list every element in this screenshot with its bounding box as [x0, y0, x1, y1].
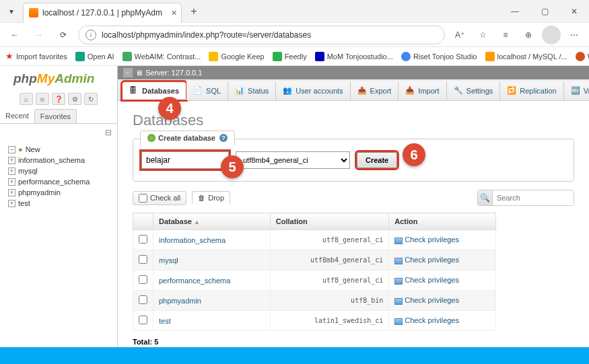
tree-db[interactable]: +performance_schema	[3, 176, 114, 187]
address-bar[interactable]: i localhost/phpmyadmin/index.php?route=/…	[78, 26, 445, 44]
main-area: ← 🖥 Server: 127.0.0.1 🗄Databases 📄SQL 📊S…	[118, 66, 589, 364]
tree-db[interactable]: +mysql	[3, 166, 114, 176]
docs-icon[interactable]: ❓	[52, 93, 65, 105]
new-tab-button[interactable]: +	[184, 2, 203, 21]
filter-input[interactable]	[493, 190, 574, 205]
col-database[interactable]: Database ▲	[153, 213, 271, 230]
collapse-all-icon[interactable]: ⊟	[105, 128, 112, 137]
annotation-badge-4: 4	[158, 97, 181, 120]
check-privileges-link[interactable]: Check privileges	[405, 235, 459, 244]
bookmark-item[interactable]: WP Admin	[576, 52, 589, 61]
expand-icon[interactable]: +	[8, 168, 15, 175]
site-info-icon[interactable]: i	[85, 30, 96, 40]
favorite-icon[interactable]: ☆	[473, 26, 492, 44]
check-privileges-link[interactable]: Check privileges	[405, 316, 459, 324]
sidebar-tab-favorites[interactable]: Favorites	[34, 109, 77, 123]
tree-db[interactable]: +phpmyadmin	[3, 187, 114, 198]
tree-db[interactable]: +test	[3, 198, 114, 209]
expand-icon[interactable]: +	[8, 200, 15, 207]
footer-bar	[0, 347, 589, 364]
close-tab-icon[interactable]: ✕	[171, 9, 177, 17]
collections-icon[interactable]: ⊕	[519, 26, 538, 44]
table-row: mysqlutf8mb4_general_ciCheck privileges	[133, 250, 496, 270]
row-checkbox[interactable]	[139, 295, 147, 304]
expand-icon[interactable]: +	[8, 189, 15, 196]
db-link[interactable]: performance_schema	[159, 277, 230, 285]
tab-replication[interactable]: 🔁Replication	[500, 81, 563, 100]
check-all-checkbox[interactable]	[139, 194, 147, 203]
settings-icon[interactable]: ⚙	[68, 93, 81, 105]
variables-icon: 🔤	[571, 86, 580, 96]
reload-nav-icon[interactable]: ↻	[84, 93, 98, 105]
col-collation[interactable]: Collation	[270, 213, 389, 230]
total-row: Total: 5	[133, 338, 574, 346]
url-text: localhost/phpmyadmin/index.php?route=/se…	[102, 30, 311, 40]
tab-sql[interactable]: 📄SQL	[186, 81, 228, 100]
tab-settings[interactable]: 🔧Settings	[447, 81, 501, 100]
create-button[interactable]: Create	[357, 152, 397, 168]
forward-button[interactable]: →	[30, 26, 48, 44]
row-checkbox[interactable]	[139, 316, 147, 324]
row-checkbox[interactable]	[139, 255, 147, 264]
collation-cell: latin1_swedish_ci	[270, 311, 389, 331]
col-action: Action	[389, 213, 496, 230]
db-link[interactable]: mysql	[159, 256, 178, 264]
maximize-button[interactable]: ▢	[530, 0, 559, 23]
browser-tab[interactable]: localhost / 127.0.0.1 | phpMyAdm ✕	[23, 3, 182, 23]
tree-db[interactable]: +information_schema	[3, 155, 114, 166]
check-privileges-link[interactable]: Check privileges	[405, 256, 459, 264]
collation-cell: utf8_bin	[270, 291, 389, 311]
drop-button[interactable]: 🗑Drop	[192, 191, 230, 205]
bookmark-item[interactable]: MoM Tonjoostudio...	[315, 52, 393, 61]
drop-icon: 🗑	[198, 194, 205, 202]
bookmark-item[interactable]: Open AI	[75, 52, 114, 61]
favorites-bar-icon[interactable]: ≡	[496, 26, 515, 44]
collation-select[interactable]: utf8mb4_general_ci	[236, 151, 350, 169]
close-window-button[interactable]: ✕	[559, 0, 589, 23]
help-icon[interactable]: ?	[219, 134, 228, 142]
tree-new[interactable]: –●New	[3, 144, 114, 155]
server-icon: 🖥	[135, 69, 143, 77]
tab-variables[interactable]: 🔤Variables	[564, 81, 589, 100]
row-checkbox[interactable]	[139, 235, 147, 244]
expand-icon[interactable]: +	[8, 178, 15, 186]
database-name-input[interactable]	[141, 151, 229, 169]
bookmark-import[interactable]: ★Import favorites	[5, 51, 67, 61]
read-aloud-icon[interactable]: A⁺	[450, 26, 469, 44]
bookmark-item[interactable]: Riset Tonjoo Studio	[401, 52, 477, 61]
logout-icon[interactable]: ⎋	[36, 93, 49, 105]
phpmyadmin-logo: phpMyAdmin	[0, 69, 117, 90]
tab-databases[interactable]: 🗄Databases	[122, 81, 186, 100]
minimize-button[interactable]: —	[500, 0, 530, 23]
more-menu-icon[interactable]: ⋯	[565, 26, 584, 44]
check-privileges-link[interactable]: Check privileges	[405, 276, 459, 284]
bookmark-item[interactable]: WebAIM: Contrast...	[123, 52, 201, 61]
tab-status[interactable]: 📊Status	[228, 81, 276, 100]
bookmark-item[interactable]: Feedly	[273, 52, 307, 61]
replication-icon: 🔁	[507, 86, 516, 96]
new-db-icon: ●	[18, 145, 23, 153]
row-checkbox[interactable]	[139, 275, 147, 284]
sidebar-tab-recent[interactable]: Recent	[0, 109, 34, 123]
favicon-icon	[209, 52, 218, 61]
tab-user-accounts[interactable]: 👥User accounts	[276, 81, 350, 100]
expand-icon[interactable]: –	[8, 146, 15, 153]
back-button[interactable]: ←	[5, 26, 24, 44]
db-link[interactable]: phpmyadmin	[159, 297, 201, 305]
annotation-badge-6: 6	[403, 143, 425, 166]
check-privileges-link[interactable]: Check privileges	[405, 296, 459, 304]
collapse-panel-icon[interactable]: ←	[123, 68, 133, 77]
db-link[interactable]: information_schema	[159, 236, 226, 244]
app-menu-icon[interactable]: ▾	[0, 0, 23, 23]
db-link[interactable]: test	[159, 317, 171, 325]
table-row: testlatin1_swedish_ciCheck privileges	[133, 311, 496, 331]
home-icon[interactable]: ⌂	[20, 93, 33, 105]
profile-avatar[interactable]	[542, 26, 561, 44]
reload-button[interactable]: ⟳	[54, 26, 73, 44]
bookmark-item[interactable]: localhost / MySQL /...	[485, 52, 567, 61]
check-all-button[interactable]: Check all	[133, 191, 186, 205]
tab-import[interactable]: 📥Import	[399, 81, 446, 100]
bookmark-item[interactable]: Google Keep	[209, 52, 264, 61]
tab-export[interactable]: 📤Export	[351, 81, 399, 100]
expand-icon[interactable]: +	[8, 157, 15, 164]
